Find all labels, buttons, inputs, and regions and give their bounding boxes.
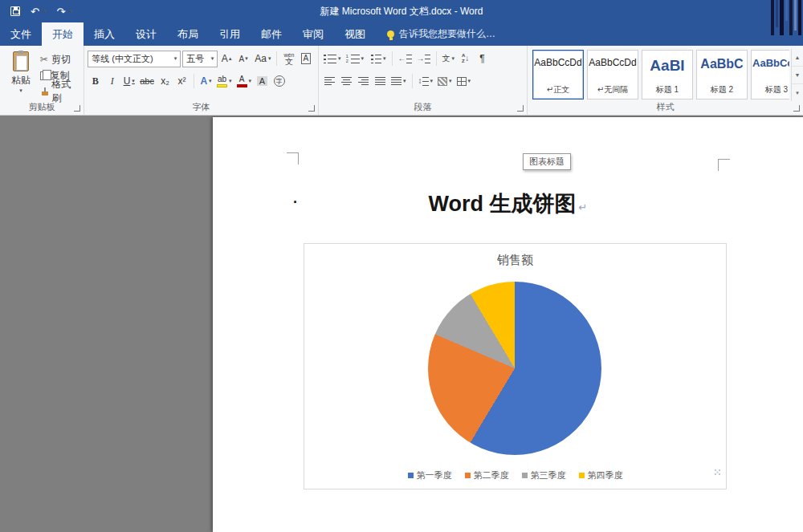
sort-button[interactable]: AZ ↓: [458, 51, 473, 67]
font-name-dropdown-icon: ▾: [174, 55, 177, 62]
bullets-button[interactable]: ▾: [322, 51, 343, 67]
decrease-indent-button[interactable]: ←: [397, 51, 414, 67]
font-name-combo[interactable]: 等线 (中文正文) ▾: [88, 51, 181, 67]
align-center-icon: [341, 77, 352, 86]
align-right-button[interactable]: [356, 73, 371, 90]
style-no-spacing[interactable]: AaBbCcDd ↵无间隔: [587, 50, 638, 99]
increase-indent-button[interactable]: →: [415, 51, 432, 67]
shrink-font-button[interactable]: A▼: [236, 51, 251, 67]
align-center-button[interactable]: [339, 73, 354, 90]
font-name-value: 等线 (中文正文): [92, 53, 153, 65]
paste-dropdown-icon[interactable]: ▾: [19, 87, 22, 94]
titlebar: ↶ ▾ ↷ ▾ 新建 Microsoft Word 文档.docx - Word: [0, 0, 803, 22]
paste-button[interactable]: 粘贴 ▾: [3, 49, 39, 101]
numbering-button[interactable]: 1 2 3▾: [344, 51, 366, 67]
justify-button[interactable]: [373, 73, 388, 90]
strikethrough-button[interactable]: abc: [138, 73, 156, 90]
distribute-button[interactable]: ▾: [389, 73, 408, 90]
styles-gallery: AaBbCcDd ↵正文 AaBbCcDd ↵无间隔 AaBI 标题 1 AaB…: [531, 49, 789, 101]
format-painter-button[interactable]: 格式刷: [39, 84, 80, 99]
tell-me-label: 告诉我您想要做什么…: [399, 27, 495, 41]
clipboard-dialog-launcher-icon[interactable]: [74, 105, 80, 112]
chart-resize-handle[interactable]: [713, 468, 724, 479]
ribbon-tab-row: 文件 开始 插入 设计 布局 引用 邮件 审阅 视图 告诉我您想要做什么…: [0, 22, 803, 46]
ribbon: 粘贴 ▾ ✂ 剪切 复制 格式刷 剪贴板 等线 (中文正文) ▾: [0, 46, 803, 116]
tab-references[interactable]: 引用: [209, 22, 251, 46]
styles-more-icon[interactable]: ▾: [792, 83, 803, 101]
chart-legend: 第一季度 第二季度 第三季度 第四季度: [304, 469, 726, 481]
tab-review[interactable]: 审阅: [292, 22, 334, 46]
style-heading-2[interactable]: AaBbC 标题 2: [696, 50, 748, 99]
bold-button[interactable]: B: [88, 73, 103, 90]
cut-label: 剪切: [51, 53, 71, 67]
margin-crop-mark-left: [287, 152, 299, 164]
legend-item: 第四季度: [579, 469, 623, 481]
show-hide-marks-button[interactable]: ¶: [475, 51, 490, 67]
tab-mailings[interactable]: 邮件: [251, 22, 292, 46]
styles-scroll-down-icon[interactable]: ▼: [792, 66, 803, 83]
paragraph-dialog-launcher-icon[interactable]: [517, 105, 524, 112]
redo-icon[interactable]: ↷: [56, 6, 65, 17]
font-size-dropdown-icon: ▾: [211, 55, 214, 62]
tab-file[interactable]: 文件: [0, 22, 42, 46]
undo-dropdown-icon[interactable]: ▾: [43, 8, 47, 14]
character-border-button[interactable]: A: [298, 51, 313, 67]
subscript-button[interactable]: x₂: [157, 73, 173, 90]
tell-me-box[interactable]: 告诉我您想要做什么…: [387, 22, 495, 46]
enclose-characters-button[interactable]: 字: [271, 73, 287, 90]
pie-chart-object[interactable]: 销售额 第一季度 第二季度 第三季度 第四季度: [304, 243, 727, 489]
style-heading-3[interactable]: AaBbCcD 标题 3: [751, 50, 789, 99]
asian-layout-icon: 文: [442, 53, 450, 64]
multilevel-list-button[interactable]: ▾: [367, 51, 388, 67]
tab-home[interactable]: 开始: [42, 22, 84, 46]
italic-button[interactable]: I: [104, 73, 120, 90]
qat-customize-icon[interactable]: ▾: [69, 8, 72, 14]
tab-design[interactable]: 设计: [125, 22, 167, 46]
pie-chart[interactable]: [428, 282, 601, 455]
clipboard-mini-buttons: ✂ 剪切 复制 格式刷: [39, 49, 80, 101]
styles-dialog-launcher-icon[interactable]: [793, 105, 800, 112]
font-size-combo[interactable]: 五号 ▾: [182, 51, 218, 67]
save-icon[interactable]: [10, 6, 20, 16]
paragraph-mark: ↵: [579, 201, 588, 213]
tab-insert[interactable]: 插入: [84, 22, 125, 46]
phonetic-guide-button[interactable]: wén 文: [281, 51, 296, 67]
lightbulb-icon: [387, 30, 394, 38]
styles-gallery-scroll: ▲ ▼ ▾: [791, 49, 803, 101]
document-title: Word 生成饼图↵: [213, 189, 803, 218]
tab-layout[interactable]: 布局: [167, 22, 209, 46]
underline-button[interactable]: U▾: [121, 73, 137, 90]
shading-button[interactable]: ▾: [436, 73, 454, 90]
align-left-button[interactable]: [322, 73, 337, 90]
highlight-icon: ab: [217, 75, 227, 87]
character-border-icon: A: [301, 53, 312, 64]
font-dialog-launcher-icon[interactable]: [308, 105, 315, 112]
character-shading-button[interactable]: A: [255, 73, 270, 90]
asian-layout-button[interactable]: 文▾: [441, 51, 457, 67]
line-spacing-button[interactable]: ↕▾: [417, 73, 435, 90]
legend-item: 第二季度: [465, 469, 509, 481]
document-page[interactable]: 图表标题 · Word 生成饼图↵ 销售额 第一季度 第二季度 第三季度: [213, 117, 803, 532]
paste-label: 粘贴: [11, 74, 31, 87]
paragraph-group-label: 段落: [319, 101, 527, 113]
clipboard-group-label: 剪贴板: [0, 101, 84, 113]
style-normal[interactable]: AaBbCcDd ↵正文: [532, 50, 584, 99]
change-case-button[interactable]: Aa▾: [253, 51, 272, 67]
window-title: 新建 Microsoft Word 文档.docx - Word: [161, 0, 642, 22]
borders-button[interactable]: ▾: [455, 73, 473, 90]
highlight-color-button[interactable]: ab ▾: [215, 73, 234, 90]
cut-button[interactable]: ✂ 剪切: [39, 52, 80, 67]
tab-view[interactable]: 视图: [334, 22, 376, 46]
font-color-icon: A: [237, 75, 247, 87]
font-color-button[interactable]: A ▾: [235, 73, 254, 90]
character-shading-icon: A: [257, 76, 267, 86]
copy-icon: [40, 71, 47, 80]
style-heading-1[interactable]: AaBI 标题 1: [642, 50, 693, 99]
styles-scroll-up-icon[interactable]: ▲: [792, 49, 803, 66]
grow-font-button[interactable]: A▲: [219, 51, 234, 67]
undo-icon[interactable]: ↶: [31, 6, 39, 17]
format-painter-icon: [40, 87, 48, 96]
superscript-button[interactable]: x²: [174, 73, 190, 90]
chart-title-tooltip: 图表标题: [523, 153, 571, 170]
text-effects-button[interactable]: A▾: [198, 73, 214, 90]
